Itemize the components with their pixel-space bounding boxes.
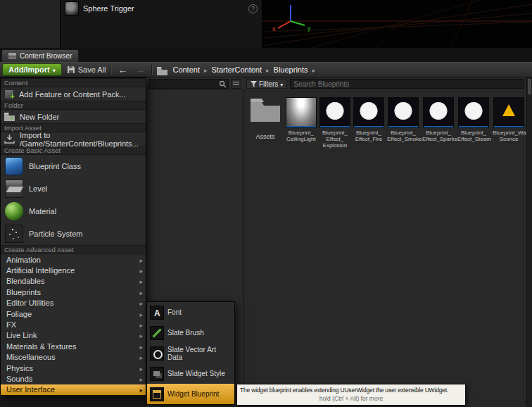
chevron-right-icon [139,375,143,383]
tab-label: Content Browser [20,52,72,60]
asset-thumbnail [388,97,419,128]
save-all-button[interactable]: Save All [67,65,106,74]
submenu-item-slate-vector-art-data[interactable]: Slate Vector Art Data [147,343,234,363]
submenu-item-slate-widget-style[interactable]: Slate Widget Style [147,363,234,384]
back-button[interactable]: ← [116,65,129,75]
asset-tile[interactable]: Blueprint_Effect_Explosion [319,97,350,149]
viewport-grid: x y [262,0,532,48]
menu-item-physics[interactable]: Physics [1,363,146,373]
search-assets-input[interactable] [290,79,524,89]
submenu-item-widget-blueprint[interactable]: Widget Blueprint [147,384,234,404]
asset-label: Blueprint_WallSconce [493,130,525,142]
save-all-label: Save All [78,65,106,74]
paths-search-input[interactable] [148,79,229,89]
filters-button[interactable]: Filters [246,79,287,89]
add-import-label: Add/Import [8,65,50,74]
menu-section-header: Content [1,78,146,87]
menu-item-artificial-intelligence[interactable]: Artificial Intelligence [1,265,146,275]
forward-button[interactable]: → [134,65,146,75]
scrollbar-thumb[interactable] [528,79,531,94]
add-import-menu: Content Add Feature or Content Pack... F… [0,77,146,396]
list-item[interactable]: Sphere Trigger [61,0,262,17]
asset-thumbnail [319,97,350,128]
chevron-right-icon [139,385,143,394]
menu-item-new-folder[interactable]: + New Folder [1,110,146,123]
menu-item-particle-system[interactable]: Particle System [1,223,146,245]
help-icon[interactable] [248,4,258,13]
menu-item-animation[interactable]: Animation [1,254,146,265]
menu-item-editor-utilities[interactable]: Editor Utilities [1,298,146,308]
submenu-item-slate-brush[interactable]: Slate Brush [147,323,234,343]
material-icon [5,202,23,220]
view-options-button[interactable] [231,79,241,89]
menu-item-sounds[interactable]: Sounds [1,373,146,384]
menu-item-materials-textures[interactable]: Materials & Textures [1,341,146,351]
filter-bar: Filters [243,77,532,90]
tooltip-hint: hold (Ctrl + Alt) for more [240,395,462,402]
menu-section-header: Create Advanced Asset [1,245,146,254]
add-feature-icon [4,89,14,99]
add-import-button[interactable]: Add/Import [2,63,62,76]
asset-view: Filters Assets Blueprint_CeilingLight Bl… [243,77,532,407]
asset-label: Blueprint_CeilingLight [286,130,317,142]
chevron-right-icon [139,331,143,339]
folder-icon [250,97,281,123]
menu-item-blendables[interactable]: Blendables [1,276,146,287]
chevron-right-icon [139,320,143,329]
filter-icon [251,81,257,87]
menu-item-add-feature[interactable]: Add Feature or Content Pack... [1,87,146,101]
axis-gizmo-icon: x y [272,5,311,32]
asset-tile[interactable]: Blueprint_CeilingLight [286,97,317,142]
sources-search-bar [146,77,243,90]
slate-brush-icon [150,326,164,340]
menu-item-foliage[interactable]: Foliage [1,308,146,319]
submenu-item-font[interactable]: Font [147,302,234,323]
item-label: Sphere Trigger [83,4,134,13]
asset-thumbnail [458,97,489,128]
asset-tile[interactable]: Blueprint_Effect_Smoke [387,97,419,142]
caret-down-icon [53,65,56,74]
breadcrumb-startercontent[interactable]: StarterContent [212,65,262,74]
asset-tile[interactable]: Blueprint_Effect_Sparks [422,97,455,142]
menu-item-live-link[interactable]: Live Link [1,330,146,341]
asset-tile[interactable]: Blueprint_Effect_Steam [457,97,490,142]
save-icon [67,65,75,74]
toolbar-separator [151,65,152,75]
level-viewport[interactable]: x y [262,0,532,48]
svg-text:+: + [10,115,13,121]
menu-item-import[interactable]: Import to /Game/StarterContent/Blueprint… [1,132,146,146]
menu-item-level[interactable]: Level [1,177,146,200]
particle-system-icon [5,225,23,243]
breadcrumb: Content StarterContent Blueprints [172,65,315,74]
list-icon [233,82,239,86]
blueprint-class-icon [5,157,23,175]
chevron-right-icon [139,310,143,318]
search-icon [219,80,227,88]
toolbar-separator [110,65,111,75]
breadcrumb-blueprints[interactable]: Blueprints [274,65,308,74]
chevron-right-icon [139,353,143,361]
menu-item-miscellaneous[interactable]: Miscellaneous [1,352,146,363]
menu-item-blueprints[interactable]: Blueprints [1,287,146,297]
chevron-right-icon [312,65,316,74]
chevron-right-icon [139,288,143,296]
chevron-right-icon [139,364,143,372]
folder-icon [157,65,167,74]
menu-item-user-interface[interactable]: User Interface [1,384,146,395]
tab-content-browser[interactable]: Content Browser [1,49,79,62]
folder-tile-assets[interactable]: Assets [248,97,283,140]
asset-thumbnail [493,97,524,128]
asset-tile[interactable]: Blueprint_Effect_Fire [353,97,384,142]
import-icon [4,134,15,144]
menu-item-blueprint-class[interactable]: Blueprint Class [1,155,146,177]
asset-tile[interactable]: Blueprint_WallSconce [493,97,525,142]
asset-thumbnail [353,97,384,128]
menu-item-fx[interactable]: FX [1,319,146,330]
scrollbar[interactable] [526,77,532,407]
menu-item-material[interactable]: Material [1,200,146,223]
asset-label: Blueprint_Effect_Steam [457,130,490,142]
breadcrumb-content[interactable]: Content [172,65,200,74]
menu-section-header: Folder [1,101,146,110]
tooltip-text: The widget blueprint enables extending U… [240,387,462,394]
asset-label: Blueprint_Effect_Smoke [387,130,419,142]
